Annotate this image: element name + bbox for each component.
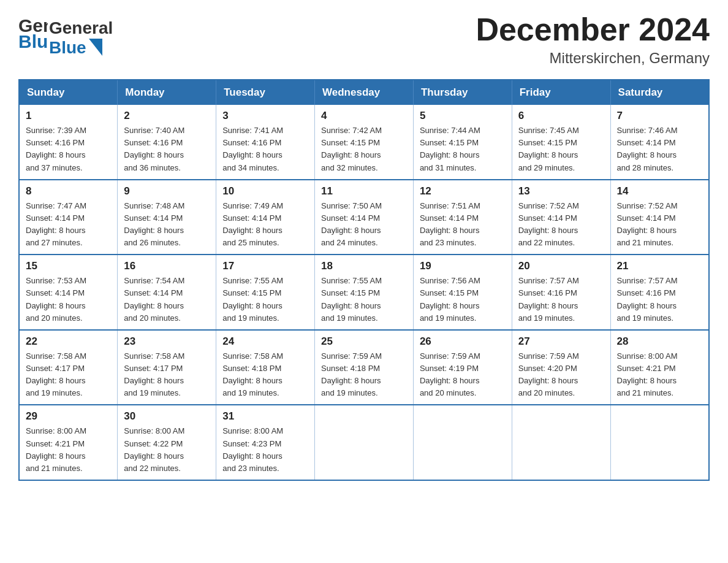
day-number: 17: [222, 260, 308, 272]
logo-general: General: [49, 18, 113, 38]
calendar-cell: 13 Sunrise: 7:52 AM Sunset: 4:14 PM Dayl…: [512, 180, 610, 255]
calendar-cell: [512, 405, 610, 480]
calendar-week-row: 29 Sunrise: 8:00 AM Sunset: 4:21 PM Dayl…: [19, 405, 709, 480]
calendar-cell: [413, 405, 512, 480]
day-info: Sunrise: 7:57 AM Sunset: 4:16 PM Dayligh…: [518, 275, 604, 324]
calendar-cell: 15 Sunrise: 7:53 AM Sunset: 4:14 PM Dayl…: [19, 255, 118, 330]
col-header-friday: Friday: [512, 80, 610, 105]
calendar-cell: 17 Sunrise: 7:55 AM Sunset: 4:15 PM Dayl…: [216, 255, 315, 330]
calendar-week-row: 8 Sunrise: 7:47 AM Sunset: 4:14 PM Dayli…: [19, 180, 709, 255]
day-info: Sunrise: 7:44 AM Sunset: 4:15 PM Dayligh…: [420, 124, 506, 174]
day-number: 25: [321, 335, 407, 348]
month-title: December 2024: [476, 12, 710, 47]
day-info: Sunrise: 8:00 AM Sunset: 4:21 PM Dayligh…: [26, 425, 111, 475]
calendar-cell: 28 Sunrise: 8:00 AM Sunset: 4:21 PM Dayl…: [610, 330, 709, 405]
day-info: Sunrise: 7:49 AM Sunset: 4:14 PM Dayligh…: [222, 200, 308, 250]
day-number: 23: [124, 335, 210, 348]
day-info: Sunrise: 7:46 AM Sunset: 4:14 PM Dayligh…: [617, 124, 702, 174]
day-number: 10: [222, 185, 308, 197]
calendar-cell: 25 Sunrise: 7:59 AM Sunset: 4:18 PM Dayl…: [315, 330, 414, 405]
day-number: 1: [26, 110, 111, 122]
day-number: 7: [617, 110, 702, 122]
day-number: 12: [420, 185, 506, 197]
day-info: Sunrise: 7:58 AM Sunset: 4:17 PM Dayligh…: [26, 350, 111, 400]
calendar-cell: 18 Sunrise: 7:55 AM Sunset: 4:15 PM Dayl…: [315, 255, 414, 330]
day-info: Sunrise: 7:50 AM Sunset: 4:14 PM Dayligh…: [321, 200, 407, 250]
calendar-cell: 14 Sunrise: 7:52 AM Sunset: 4:14 PM Dayl…: [610, 180, 709, 255]
calendar-cell: 1 Sunrise: 7:39 AM Sunset: 4:16 PM Dayli…: [19, 105, 118, 180]
day-number: 27: [518, 335, 604, 348]
day-number: 13: [518, 185, 604, 197]
calendar-cell: [315, 405, 414, 480]
calendar-cell: 21 Sunrise: 7:57 AM Sunset: 4:16 PM Dayl…: [610, 255, 709, 330]
calendar-cell: 24 Sunrise: 7:58 AM Sunset: 4:18 PM Dayl…: [216, 330, 315, 405]
logo: General Blue: [18, 12, 49, 49]
svg-text:Blue: Blue: [18, 31, 48, 49]
col-header-wednesday: Wednesday: [315, 80, 414, 105]
day-number: 6: [518, 110, 604, 122]
calendar-cell: 5 Sunrise: 7:44 AM Sunset: 4:15 PM Dayli…: [413, 105, 512, 180]
day-info: Sunrise: 8:00 AM Sunset: 4:23 PM Dayligh…: [222, 425, 308, 475]
calendar-week-row: 22 Sunrise: 7:58 AM Sunset: 4:17 PM Dayl…: [19, 330, 709, 405]
calendar-cell: 26 Sunrise: 7:59 AM Sunset: 4:19 PM Dayl…: [413, 330, 512, 405]
day-info: Sunrise: 7:59 AM Sunset: 4:19 PM Dayligh…: [420, 350, 506, 400]
calendar-cell: 4 Sunrise: 7:42 AM Sunset: 4:15 PM Dayli…: [315, 105, 414, 180]
col-header-thursday: Thursday: [413, 80, 512, 105]
calendar-cell: [610, 405, 709, 480]
day-info: Sunrise: 7:52 AM Sunset: 4:14 PM Dayligh…: [518, 200, 604, 250]
day-number: 2: [124, 110, 210, 122]
day-number: 18: [321, 260, 407, 272]
calendar-cell: 31 Sunrise: 8:00 AM Sunset: 4:23 PM Dayl…: [216, 405, 315, 480]
calendar-cell: 6 Sunrise: 7:45 AM Sunset: 4:15 PM Dayli…: [512, 105, 610, 180]
logo-icon: General Blue: [18, 12, 48, 49]
day-info: Sunrise: 7:51 AM Sunset: 4:14 PM Dayligh…: [420, 200, 506, 250]
day-info: Sunrise: 8:00 AM Sunset: 4:22 PM Dayligh…: [124, 425, 210, 475]
day-info: Sunrise: 7:58 AM Sunset: 4:17 PM Dayligh…: [124, 350, 210, 400]
day-number: 3: [222, 110, 308, 122]
day-info: Sunrise: 7:58 AM Sunset: 4:18 PM Dayligh…: [222, 350, 308, 400]
svg-marker-3: [89, 39, 102, 56]
day-number: 9: [124, 185, 210, 197]
calendar-cell: 27 Sunrise: 7:59 AM Sunset: 4:20 PM Dayl…: [512, 330, 610, 405]
calendar-cell: 19 Sunrise: 7:56 AM Sunset: 4:15 PM Dayl…: [413, 255, 512, 330]
day-info: Sunrise: 7:55 AM Sunset: 4:15 PM Dayligh…: [222, 275, 308, 324]
day-info: Sunrise: 7:59 AM Sunset: 4:18 PM Dayligh…: [321, 350, 407, 400]
logo-blue: Blue: [49, 38, 86, 58]
day-info: Sunrise: 7:48 AM Sunset: 4:14 PM Dayligh…: [124, 200, 210, 250]
day-info: Sunrise: 7:45 AM Sunset: 4:15 PM Dayligh…: [518, 124, 604, 174]
col-header-monday: Monday: [118, 80, 216, 105]
day-info: Sunrise: 7:54 AM Sunset: 4:14 PM Dayligh…: [124, 275, 210, 324]
day-info: Sunrise: 7:56 AM Sunset: 4:15 PM Dayligh…: [420, 275, 506, 324]
day-number: 26: [420, 335, 506, 348]
location: Mitterskirchen, Germany: [476, 50, 710, 67]
day-info: Sunrise: 7:39 AM Sunset: 4:16 PM Dayligh…: [26, 124, 111, 174]
col-header-sunday: Sunday: [19, 80, 118, 105]
day-info: Sunrise: 7:59 AM Sunset: 4:20 PM Dayligh…: [518, 350, 604, 400]
day-info: Sunrise: 7:52 AM Sunset: 4:14 PM Dayligh…: [617, 200, 702, 250]
day-number: 31: [222, 410, 308, 423]
day-number: 19: [420, 260, 506, 272]
day-info: Sunrise: 7:57 AM Sunset: 4:16 PM Dayligh…: [617, 275, 702, 324]
day-number: 16: [124, 260, 210, 272]
logo-text-group: General Blue: [49, 18, 113, 58]
day-info: Sunrise: 7:41 AM Sunset: 4:16 PM Dayligh…: [222, 124, 308, 174]
day-number: 15: [26, 260, 111, 272]
calendar-cell: 29 Sunrise: 8:00 AM Sunset: 4:21 PM Dayl…: [19, 405, 118, 480]
calendar-cell: 20 Sunrise: 7:57 AM Sunset: 4:16 PM Dayl…: [512, 255, 610, 330]
day-info: Sunrise: 8:00 AM Sunset: 4:21 PM Dayligh…: [617, 350, 702, 400]
calendar-header-row: SundayMondayTuesdayWednesdayThursdayFrid…: [19, 80, 709, 105]
day-number: 5: [420, 110, 506, 122]
calendar-cell: 7 Sunrise: 7:46 AM Sunset: 4:14 PM Dayli…: [610, 105, 709, 180]
calendar-cell: 3 Sunrise: 7:41 AM Sunset: 4:16 PM Dayli…: [216, 105, 315, 180]
col-header-tuesday: Tuesday: [216, 80, 315, 105]
calendar-cell: 10 Sunrise: 7:49 AM Sunset: 4:14 PM Dayl…: [216, 180, 315, 255]
calendar-cell: 22 Sunrise: 7:58 AM Sunset: 4:17 PM Dayl…: [19, 330, 118, 405]
calendar-cell: 30 Sunrise: 8:00 AM Sunset: 4:22 PM Dayl…: [118, 405, 216, 480]
calendar-table: SundayMondayTuesdayWednesdayThursdayFrid…: [18, 79, 710, 481]
day-info: Sunrise: 7:55 AM Sunset: 4:15 PM Dayligh…: [321, 275, 407, 324]
day-info: Sunrise: 7:47 AM Sunset: 4:14 PM Dayligh…: [26, 200, 111, 250]
day-number: 20: [518, 260, 604, 272]
day-info: Sunrise: 7:40 AM Sunset: 4:16 PM Dayligh…: [124, 124, 210, 174]
page-header: General Blue General Blue December 2024 …: [18, 12, 710, 67]
calendar-cell: 2 Sunrise: 7:40 AM Sunset: 4:16 PM Dayli…: [118, 105, 216, 180]
